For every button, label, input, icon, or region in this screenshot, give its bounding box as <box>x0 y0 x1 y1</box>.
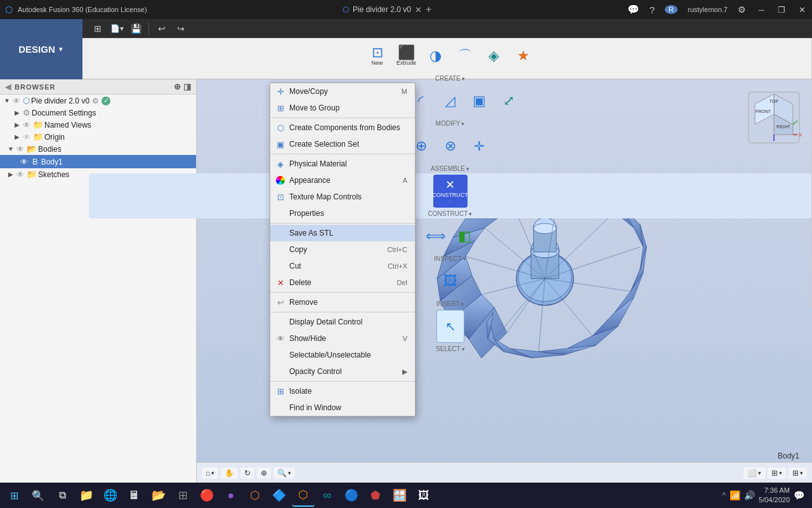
insert-dropdown-icon[interactable]: ▾ <box>461 301 464 307</box>
ctx-save-as-stl[interactable]: Save As STL <box>270 225 415 241</box>
taskbar-win-tools[interactable]: 🪟 <box>388 484 411 507</box>
measure-btn[interactable]: ⟺ <box>422 220 450 253</box>
create-dropdown-icon[interactable]: ▾ <box>462 76 465 82</box>
search-btn[interactable]: 🔍 <box>27 484 49 507</box>
ctx-find-window[interactable]: Find in Window <box>270 399 415 416</box>
close-doc-btn[interactable]: ✕ <box>415 5 422 15</box>
ctx-cut[interactable]: Cut Ctrl+X <box>270 258 415 274</box>
save-btn[interactable]: 💾 <box>127 21 145 36</box>
ctx-remove[interactable]: ↩ Remove <box>270 294 415 311</box>
taskbar-app-ie[interactable]: 🌐 <box>99 484 122 507</box>
scale-btn[interactable]: ⤢ <box>495 84 523 117</box>
taskbar-split[interactable]: ⊞ <box>171 484 194 507</box>
as-built-joint-btn[interactable]: ⊗ <box>436 130 464 163</box>
ctx-move-copy-label: Move/Copy <box>289 87 328 96</box>
grid-icon[interactable]: ⊞ <box>89 21 107 36</box>
display-mode-btn[interactable]: ⬜▾ <box>743 467 765 479</box>
settings-icon[interactable]: ⚙ <box>738 4 746 15</box>
zebra-btn[interactable]: ◧ <box>451 220 479 253</box>
layout-btn[interactable]: ⊞▾ <box>789 467 807 479</box>
ctx-opacity[interactable]: Opacity Control ▶ <box>270 363 415 380</box>
root-visibility-icon[interactable]: 👁 <box>13 97 20 105</box>
file-menu-btn[interactable]: 📄▾ <box>108 21 126 36</box>
taskbar-arduino[interactable]: ∞ <box>316 484 339 507</box>
ctx-move-copy[interactable]: ✛ Move/Copy M <box>270 83 415 100</box>
taskbar-vscode[interactable]: 🔷 <box>268 484 291 507</box>
ctx-delete[interactable]: ✕ Delete Del <box>270 274 415 291</box>
create-component-btn[interactable]: ⊡New <box>363 39 391 72</box>
move-btn[interactable]: ✛ <box>466 130 494 163</box>
undo-btn[interactable]: ↩ <box>153 21 171 36</box>
construct-btn[interactable]: ✕ CONSTRUCT - <box>433 175 468 208</box>
notification-icon[interactable]: 💬 <box>627 4 639 15</box>
extrude-btn[interactable]: ⬛Extrude <box>393 39 421 72</box>
bodies-folder-icon: 📂 <box>27 144 37 154</box>
ctx-physical-material[interactable]: ◈ Physical Material <box>270 156 415 172</box>
taskbar-fusion[interactable]: ⬡ <box>292 484 315 507</box>
start-btn[interactable]: ⊞ <box>3 484 25 507</box>
sketches-eye-icon[interactable]: 👁 <box>16 170 24 179</box>
ctx-properties[interactable]: Properties <box>270 205 415 222</box>
taskbar-app-red[interactable]: 🔴 <box>195 484 218 507</box>
help-icon[interactable]: ? <box>650 4 655 15</box>
ctx-texture-map[interactable]: ⊡ Texture Map Controls <box>270 189 415 205</box>
named-views-eye-icon[interactable]: 👁 <box>23 121 30 130</box>
ctx-create-components[interactable]: ⬡ Create Components from Bodies <box>270 119 415 136</box>
taskbar-file-explorer[interactable]: 📁 <box>75 484 98 507</box>
taskbar-app-dark[interactable]: ⬟ <box>364 484 387 507</box>
taskbar-chrome[interactable]: 🔵 <box>340 484 363 507</box>
taskbar-calc[interactable]: 🖩 <box>123 484 146 507</box>
ribbon-group-modify: ⬢ ◜ ◿ ▣ ⤢ MODIFY ▾ <box>89 83 812 128</box>
ctx-show-hide[interactable]: 👁 Show/Hide V <box>270 330 415 347</box>
sweep-btn[interactable]: ⌒ <box>451 39 479 72</box>
construct-dropdown-icon[interactable]: ▾ <box>469 211 472 217</box>
ctx-selectable[interactable]: Selectable/Unselectable <box>270 347 415 363</box>
zoom-fit-btn[interactable]: ⊕ <box>257 467 271 479</box>
grid-btn[interactable]: ⊞▾ <box>768 467 786 479</box>
browser-back-icon[interactable]: ◀ <box>5 83 11 91</box>
assemble-dropdown-icon[interactable]: ▾ <box>466 166 469 172</box>
user-avatar[interactable]: R <box>665 5 678 14</box>
redo-btn[interactable]: ↪ <box>172 21 190 36</box>
insert-canvas-btn[interactable]: 🖼 <box>436 265 464 298</box>
remove-icon: ↩ <box>275 297 285 307</box>
close-btn[interactable]: ✕ <box>797 4 807 15</box>
design-area[interactable]: DESIGN ▼ <box>0 19 82 79</box>
taskbar-photos[interactable]: 🖼 <box>412 484 435 507</box>
orbit-btn[interactable]: ↻ <box>240 467 254 479</box>
chamfer-btn[interactable]: ◿ <box>436 84 464 117</box>
network-icon[interactable]: 📶 <box>730 490 740 500</box>
revolve-btn[interactable]: ◑ <box>422 39 450 72</box>
taskbar-app-purple[interactable]: ● <box>219 484 242 507</box>
notification-center-icon[interactable]: 💬 <box>794 490 804 500</box>
select-dropdown-icon[interactable]: ▾ <box>462 346 465 352</box>
body1-eye-icon[interactable]: 👁 <box>20 157 28 166</box>
restore-btn[interactable]: ❐ <box>776 4 787 15</box>
select-btn[interactable]: ↖ <box>436 310 464 343</box>
ctx-display-detail[interactable]: Display Detail Control <box>270 314 415 330</box>
home-view-btn[interactable]: ⌂▾ <box>202 467 218 479</box>
origin-eye-icon[interactable]: 👁 <box>23 133 30 142</box>
zoom-dropdown-btn[interactable]: 🔍▾ <box>273 467 295 479</box>
pan-btn[interactable]: ✋ <box>221 467 238 479</box>
bodies-eye-icon[interactable]: 👁 <box>16 145 24 154</box>
shell-btn[interactable]: ▣ <box>466 84 494 117</box>
modify-dropdown-icon[interactable]: ▾ <box>461 121 464 127</box>
loft-btn[interactable]: ◈ <box>480 39 508 72</box>
ctx-create-selection[interactable]: ▣ Create Selection Set <box>270 136 415 152</box>
minimize-btn[interactable]: ─ <box>756 4 766 15</box>
ctx-appearance[interactable]: Appearance A <box>270 172 415 189</box>
add-doc-btn[interactable]: + <box>426 4 431 15</box>
ctx-isolate[interactable]: ⊞ Isolate <box>270 383 415 399</box>
system-tray-chevron[interactable]: ^ <box>722 491 726 500</box>
ctx-copy[interactable]: Copy Ctrl+C <box>270 241 415 258</box>
clock[interactable]: 7:36 AM 5/04/2020 <box>759 486 790 505</box>
ctx-move-to-group[interactable]: ⊞ Move to Group <box>270 100 415 116</box>
taskbar-explorer2[interactable]: 📂 <box>147 484 170 507</box>
inspect-dropdown-icon[interactable]: ▾ <box>463 256 466 262</box>
rib-btn[interactable]: ★ <box>509 39 537 72</box>
taskbar-app-orange[interactable]: ⬡ <box>244 484 266 507</box>
volume-icon[interactable]: 🔊 <box>744 490 755 500</box>
task-view-btn[interactable]: ⧉ <box>51 484 74 507</box>
home-dropdown[interactable]: ▾ <box>211 470 214 476</box>
